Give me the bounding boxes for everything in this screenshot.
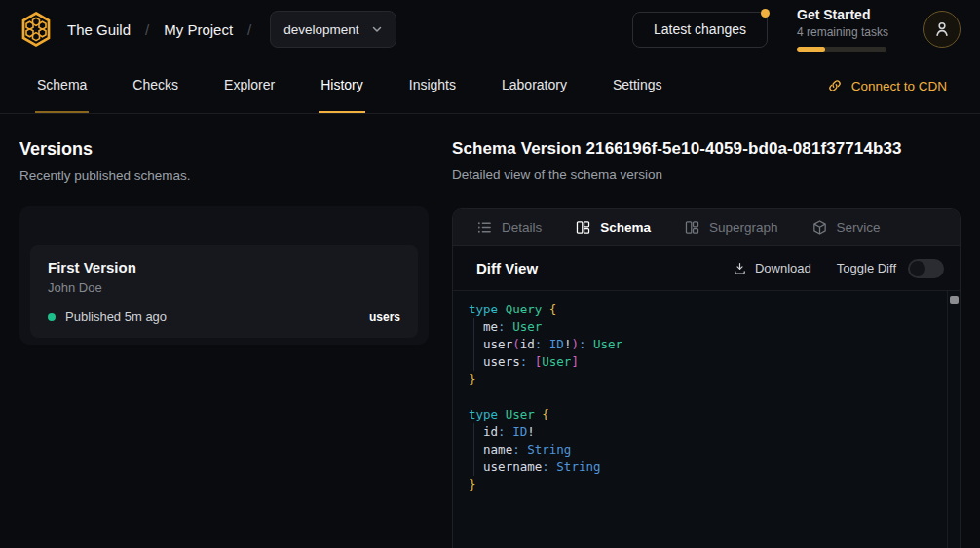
columns-icon: [575, 219, 591, 236]
code-line: name: String: [469, 441, 946, 458]
toggle-diff-label: Toggle Diff: [837, 261, 896, 275]
code-scrollbar[interactable]: [947, 291, 960, 548]
link-icon: [827, 78, 843, 93]
schema-version-title: Schema Version 2166196f-5e10-4059-bd0a-0…: [452, 139, 961, 159]
detail-tab-label: Details: [502, 220, 542, 235]
get-started-progress-track: [797, 47, 886, 52]
code-line: me: User: [469, 318, 946, 336]
nav-tab-explorer[interactable]: Explorer: [222, 58, 277, 113]
top-header: The Guild / My Project / development Lat…: [0, 0, 980, 58]
target-selector-dropdown[interactable]: development: [270, 11, 396, 48]
columns-icon: [684, 219, 700, 236]
detail-tab-service[interactable]: Service: [811, 219, 881, 236]
nav-tab-history[interactable]: History: [319, 58, 365, 113]
versions-panel: Versions Recently published schemas. Fir…: [0, 114, 448, 548]
breadcrumb-separator: /: [145, 21, 149, 38]
hive-logo[interactable]: [19, 11, 53, 48]
nav-tab-checks[interactable]: Checks: [131, 58, 180, 113]
published-status-dot-icon: [48, 313, 56, 321]
diff-toolbar: Diff View Download Toggle Diff: [453, 246, 960, 291]
versions-title: Versions: [19, 139, 429, 160]
versions-list-card: First VersionJohn DoePublished 5m agouse…: [19, 206, 429, 345]
detail-tab-label: Service: [837, 220, 881, 235]
latest-changes-button[interactable]: Latest changes: [632, 12, 768, 48]
connect-to-cdn-label: Connect to CDN: [851, 79, 947, 93]
user-avatar[interactable]: [923, 11, 961, 48]
versions-subtitle: Recently published schemas.: [19, 168, 429, 183]
get-started-remaining-tasks: 4 remaining tasks: [797, 25, 894, 39]
detail-tab-supergraph[interactable]: Supergraph: [684, 219, 778, 236]
get-started-widget[interactable]: Get Started 4 remaining tasks: [797, 7, 894, 52]
download-icon: [733, 261, 747, 275]
version-detail-panel: Schema Version 2166196f-5e10-4059-bd0a-0…: [448, 114, 980, 548]
code-scrollbar-thumb[interactable]: [950, 296, 959, 304]
toggle-diff-switch[interactable]: [908, 259, 944, 278]
code-line: users: [User]: [469, 353, 946, 371]
user-icon: [931, 18, 953, 40]
code-line: type Query {: [469, 301, 946, 318]
detail-tabbar: DetailsSchemaSupergraphService: [453, 209, 960, 246]
code-line: username: String: [469, 458, 946, 476]
diff-view-title: Diff View: [476, 260, 538, 276]
schema-code-viewer[interactable]: type Query { me: User user(id: ID!): Use…: [453, 291, 960, 548]
main-nav: SchemaChecksExplorerHistoryInsightsLabor…: [0, 58, 980, 114]
code-line: user(id: ID!): User: [469, 336, 946, 353]
detail-tab-details[interactable]: Details: [476, 219, 542, 236]
version-status: Published 5m ago: [65, 310, 167, 324]
code-line: type User {: [469, 406, 946, 423]
detail-tab-label: Schema: [600, 220, 651, 235]
toggle-diff-knob: [910, 261, 925, 276]
hive-hexagon-icon: [19, 11, 53, 48]
target-selector-value: development: [283, 22, 358, 37]
code-line: }: [469, 476, 946, 493]
nav-tab-settings[interactable]: Settings: [611, 58, 664, 113]
get-started-title: Get Started: [797, 7, 894, 22]
connect-to-cdn-button[interactable]: Connect to CDN: [827, 58, 947, 113]
schema-version-detail-card: DetailsSchemaSupergraphService Diff View…: [452, 208, 961, 548]
detail-tab-schema[interactable]: Schema: [575, 219, 651, 236]
nav-tab-insights[interactable]: Insights: [407, 58, 458, 113]
list-icon: [476, 219, 493, 236]
get-started-progress-fill: [797, 47, 825, 52]
version-list-item[interactable]: First VersionJohn DoePublished 5m agouse…: [30, 245, 418, 338]
code-line: [469, 388, 946, 406]
nav-tab-schema[interactable]: Schema: [35, 58, 89, 113]
chevron-down-icon: [371, 23, 383, 35]
schema-version-subtitle: Detailed view of the schema version: [452, 167, 961, 182]
breadcrumb: The Guild / My Project / development: [19, 11, 396, 48]
version-author: John Doe: [48, 280, 400, 295]
nav-tabs: SchemaChecksExplorerHistoryInsightsLabor…: [0, 58, 664, 113]
notification-dot: [761, 9, 770, 18]
cube-icon: [811, 219, 828, 236]
nav-tab-laboratory[interactable]: Laboratory: [500, 58, 569, 113]
breadcrumb-project[interactable]: My Project: [164, 21, 233, 38]
detail-tab-label: Supergraph: [709, 220, 778, 235]
version-name: First Version: [48, 259, 400, 275]
latest-changes-label: Latest changes: [654, 21, 746, 37]
breadcrumb-org[interactable]: The Guild: [67, 21, 131, 38]
service-name-badge: users: [369, 311, 400, 324]
code-line: }: [469, 371, 946, 388]
download-label: Download: [755, 261, 811, 275]
code-line: id: ID!: [469, 423, 946, 441]
versions-list: First VersionJohn DoePublished 5m agouse…: [30, 245, 418, 338]
breadcrumb-separator: /: [247, 21, 251, 38]
download-button[interactable]: Download: [733, 261, 811, 275]
